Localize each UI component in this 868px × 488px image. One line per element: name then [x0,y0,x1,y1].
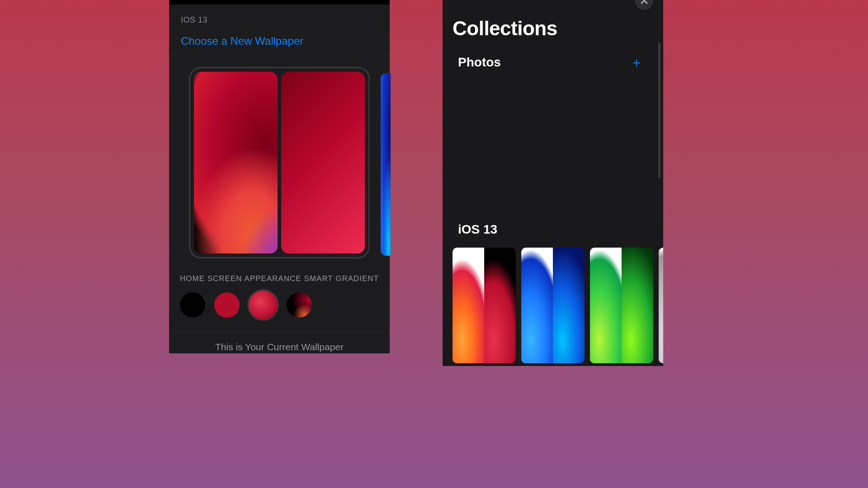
swatch-gradient-red[interactable] [249,291,278,319]
tile-light-half [590,248,622,363]
appearance-header-row: HOME SCREEN APPEARANCE SMART GRADIENT [169,258,390,288]
collections-panel: Collections Photos ＋ iOS 13 [443,0,663,366]
homescreen-preview[interactable] [281,72,365,253]
swatch-solid-black[interactable] [180,292,205,318]
tile-dark-half [622,248,653,363]
stage: IOS 13 Choose a New Wallpaper HOME SCREE… [87,0,781,381]
tile-dark-half [553,248,585,363]
collections-title: Collections [443,0,663,40]
home-screen-appearance-label: HOME SCREEN APPEARANCE [180,274,302,283]
lockscreen-preview[interactable] [194,72,278,253]
tile-light-half [453,248,484,363]
swatch-solid-crimson[interactable] [214,292,240,318]
choose-new-wallpaper-link[interactable]: Choose a New Wallpaper [169,28,390,56]
photos-label: Photos [458,55,501,70]
wallpaper-tile-green[interactable] [590,248,653,363]
add-photos-button[interactable]: ＋ [630,56,643,69]
ios13-wallpaper-strip [453,248,663,363]
close-icon [641,0,648,7]
plus-icon: ＋ [630,55,643,70]
scroll-indicator[interactable] [658,42,660,178]
next-wallpaper-peek[interactable] [381,73,391,256]
wallpaper-tile-blue[interactable] [521,248,585,363]
settings-scroll-area: IOS 13 Choose a New Wallpaper HOME SCREE… [169,5,390,353]
collection-header-ios13: iOS 13 [443,222,497,243]
smart-gradient-label: SMART GRADIENT [304,274,379,283]
wallpaper-pair-preview[interactable] [189,67,370,258]
photos-row[interactable]: Photos ＋ [443,40,663,70]
settings-wallpaper-panel: IOS 13 Choose a New Wallpaper HOME SCREE… [169,0,390,353]
tile-light-half [659,248,663,363]
wallpaper-tile-red[interactable] [453,248,516,363]
section-header-ios13: IOS 13 [169,5,390,28]
swatch-smart-gradient[interactable] [287,292,312,318]
current-wallpaper-label: This is Your Current Wallpaper [169,332,390,352]
wallpaper-tile-grey[interactable] [659,248,663,363]
tile-light-half [521,248,553,363]
appearance-swatch-row [169,288,390,332]
tile-dark-half [484,248,516,363]
